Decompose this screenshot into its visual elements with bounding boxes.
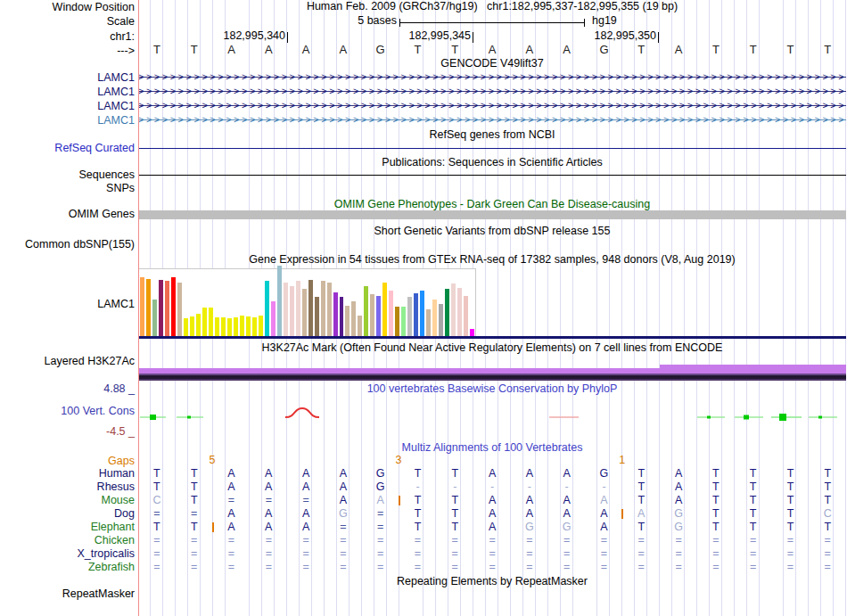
gtex-bar[interactable] (376, 296, 381, 336)
dna-sequence-row[interactable]: TTAAAAGTTAAAGTATTTT (138, 44, 846, 56)
alignment-gaps-row[interactable]: 531 (138, 455, 846, 466)
gtex-bar[interactable] (389, 291, 393, 336)
species-label-zebrafish[interactable]: Zebrafish (88, 561, 135, 573)
gtex-bar[interactable] (451, 283, 456, 336)
gtex-bar[interactable] (296, 281, 300, 336)
gtex-bar[interactable] (190, 316, 194, 336)
gtex-bar[interactable] (414, 293, 418, 336)
gtex-bar[interactable] (152, 300, 157, 336)
gencode-transcript[interactable]: >>>>>>>>>>>>>>>>>>>>>>>>>>>>>>>>>>>>>>>>… (138, 71, 846, 83)
gtex-bar[interactable] (426, 309, 431, 336)
gtex-bar[interactable] (165, 281, 169, 336)
gtex-bar[interactable] (159, 280, 163, 336)
gtex-bar[interactable] (464, 296, 468, 336)
gtex-bar[interactable] (382, 283, 387, 336)
gtex-bar[interactable] (221, 317, 226, 336)
gtex-bar[interactable] (240, 316, 244, 336)
track-label-gtex-gene[interactable]: LAMC1 (97, 298, 135, 310)
gencode-transcript[interactable]: >>>>>>>>>>>>>>>>>>>>>>>>>>>>>>>>>>>>>>>>… (138, 86, 846, 97)
gtex-bar[interactable] (420, 291, 424, 336)
alignment-row-zebrafish[interactable]: =================== (138, 561, 846, 574)
gtex-bar[interactable] (333, 292, 338, 336)
gtex-bar[interactable] (407, 297, 412, 336)
track-data-area[interactable]: 5 bases hg19 TTAAAAGTTAAAGTATTTT 531 182… (138, 0, 846, 616)
gtex-bar[interactable] (395, 307, 399, 336)
gtex-bar[interactable] (140, 277, 144, 336)
alignment-row-human[interactable]: TTAAAAGTTAAAGTATTTT (138, 467, 846, 480)
species-label-mouse[interactable]: Mouse (101, 494, 135, 506)
refseq-curated-track-line[interactable] (138, 148, 846, 149)
gtex-bar[interactable] (265, 281, 269, 336)
gtex-bar[interactable] (470, 329, 474, 336)
alignment-row-dog[interactable]: ==AAAG=TTAAAAAGTTTC (138, 507, 846, 521)
alignment-row-rhesus[interactable]: TTAAAAG------TATTTT (138, 480, 846, 494)
alignment-row-elephant[interactable]: TTAAA==TTAGGATGTTTT (138, 521, 846, 534)
track-label-lamc1[interactable]: LAMC1 (97, 86, 135, 98)
track-label-layered-h3k27ac[interactable]: Layered H3K27Ac (45, 355, 135, 367)
alignment-row-x_tropicalis[interactable]: =================== (138, 547, 846, 561)
gtex-bar[interactable] (215, 317, 219, 336)
gtex-bar[interactable] (177, 283, 182, 336)
gencode-transcript[interactable]: >>>>>>>>>>>>>>>>>>>>>>>>>>>>>>>>>>>>>>>>… (138, 114, 846, 126)
gtex-bar[interactable] (209, 308, 213, 336)
gtex-bar[interactable] (246, 316, 251, 336)
track-label-common-dbsnp[interactable]: Common dbSNP(155) (25, 238, 135, 251)
gtex-bar[interactable] (315, 297, 319, 336)
track-label-omim-genes[interactable]: OMIM Genes (69, 208, 135, 220)
sequences-track-line[interactable] (138, 175, 846, 176)
gtex-bar[interactable] (277, 266, 282, 336)
gtex-bar[interactable] (351, 301, 356, 336)
alignment-row-mouse[interactable]: CT===AATTAAAATATTTT (138, 494, 846, 507)
gtex-bar[interactable] (202, 308, 207, 336)
gtex-bar[interactable] (445, 289, 449, 336)
gtex-expression-chart[interactable] (138, 268, 476, 336)
gtex-bar[interactable] (321, 281, 325, 336)
gtex-bar[interactable] (358, 316, 362, 336)
gtex-bar[interactable] (234, 317, 238, 336)
gtex-bar[interactable] (227, 318, 232, 336)
alignment-base: G (325, 507, 362, 521)
species-label-x_tropicalis[interactable]: X_tropicalis (77, 547, 135, 560)
alignment-row-chicken[interactable]: =================== (138, 534, 846, 547)
omim-genes-bar[interactable] (138, 210, 846, 219)
gtex-bar[interactable] (308, 280, 313, 336)
gencode-transcript[interactable]: >>>>>>>>>>>>>>>>>>>>>>>>>>>>>>>>>>>>>>>>… (138, 100, 846, 111)
strand-direction-label[interactable]: ---> (117, 45, 135, 57)
phylop-conservation-plot[interactable] (138, 394, 846, 442)
gtex-bar[interactable] (432, 300, 437, 336)
gtex-bar[interactable] (345, 306, 349, 336)
species-label-chicken[interactable]: Chicken (95, 534, 135, 546)
gtex-bar[interactable] (196, 314, 201, 336)
gtex-bar[interactable] (290, 286, 294, 336)
track-label-lamc1[interactable]: LAMC1 (97, 100, 135, 112)
gtex-bar[interactable] (457, 288, 462, 336)
species-label-elephant[interactable]: Elephant (91, 521, 135, 533)
track-label-refseq-curated[interactable]: RefSeq Curated (54, 142, 135, 154)
gtex-bar[interactable] (327, 283, 332, 336)
track-label-gaps[interactable]: Gaps (108, 455, 135, 467)
gtex-bar[interactable] (302, 289, 307, 336)
gtex-bar[interactable] (370, 294, 374, 336)
track-label-100-vert-cons[interactable]: 100 Vert. Cons (61, 405, 135, 417)
gtex-bar[interactable] (340, 297, 344, 336)
gtex-bar[interactable] (439, 304, 443, 336)
species-label-human[interactable]: Human (99, 467, 135, 480)
track-label-lamc1[interactable]: LAMC1 (97, 71, 135, 84)
gtex-bar[interactable] (259, 316, 263, 336)
gtex-bar[interactable] (364, 286, 368, 336)
h3k27ac-signal-high[interactable] (660, 365, 846, 374)
species-label-dog[interactable]: Dog (114, 507, 135, 520)
gtex-bar[interactable] (284, 283, 288, 336)
track-label-lamc1[interactable]: LAMC1 (97, 114, 135, 127)
gtex-bar[interactable] (401, 307, 406, 336)
h3k27ac-layered-band[interactable] (138, 374, 846, 381)
gtex-bar[interactable] (171, 277, 176, 336)
track-label-sequences[interactable]: Sequences (78, 168, 135, 181)
gtex-bar[interactable] (146, 279, 151, 336)
gtex-bar[interactable] (184, 318, 188, 336)
species-label-rhesus[interactable]: Rhesus (97, 480, 135, 493)
track-label-repeatmasker[interactable]: RepeatMasker (62, 587, 135, 600)
gtex-bar[interactable] (252, 317, 257, 336)
gtex-bar[interactable] (271, 301, 275, 336)
track-label-snps[interactable]: SNPs (106, 182, 135, 194)
